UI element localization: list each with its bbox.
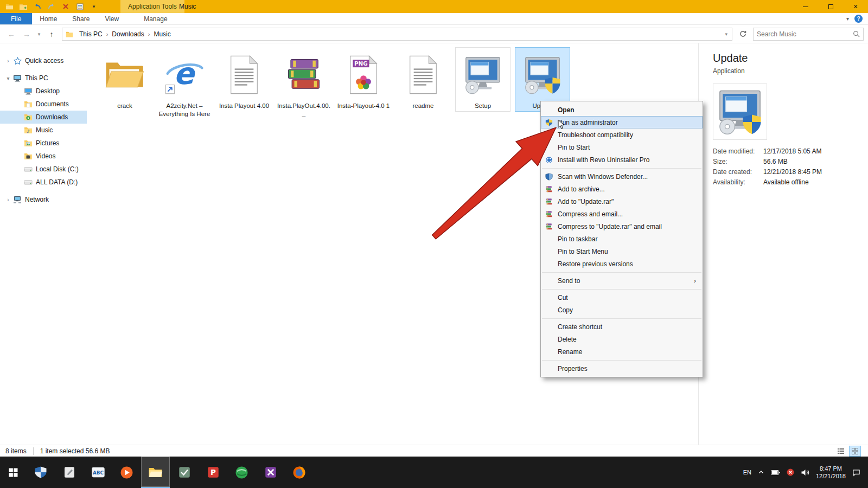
taskbar-app-green-orb-app[interactable] xyxy=(227,457,256,488)
chevron-right-icon[interactable]: › xyxy=(4,58,12,64)
chevron-right-icon[interactable]: › xyxy=(4,197,12,203)
ribbon-tab-file[interactable]: File xyxy=(0,13,32,24)
search-input[interactable] xyxy=(754,30,853,38)
forward-button[interactable]: → xyxy=(20,28,34,41)
menu-item-add-to-update-rar[interactable]: Add to "Update.rar" xyxy=(541,195,703,208)
new-folder-icon[interactable] xyxy=(18,2,28,11)
file-tile-insta-playout-4-00[interactable]: Insta Playout 4.00 xyxy=(217,48,271,111)
minimize-button[interactable] xyxy=(793,0,818,13)
details-view-button[interactable] xyxy=(835,446,846,456)
menu-item-open[interactable]: Open xyxy=(541,104,703,116)
qat-dropdown-icon[interactable]: ▾ xyxy=(89,2,99,11)
taskbar-app-notes-app[interactable] xyxy=(55,457,84,488)
ribbon-tab-home[interactable]: Home xyxy=(32,13,65,24)
menu-item-troubleshoot-compatibility[interactable]: Troubleshoot compatibility xyxy=(541,129,703,141)
file-tile-crack[interactable]: crack xyxy=(98,48,152,111)
details-property-row: Availability:Available offline xyxy=(713,177,868,188)
details-pane: Update Application Date modified:12/17/2… xyxy=(699,43,868,445)
this-pc-icon xyxy=(13,74,22,82)
file-tile-setup[interactable]: Setup xyxy=(456,48,510,111)
sidebar-item-music[interactable]: ♪Music xyxy=(0,124,87,137)
redo-icon[interactable] xyxy=(47,2,56,11)
menu-item-pin-to-start-menu[interactable]: Pin to Start Menu xyxy=(541,245,703,258)
taskbar-app-green-gray-app[interactable] xyxy=(170,457,199,488)
refresh-button[interactable] xyxy=(736,28,750,41)
up-button[interactable]: ↑ xyxy=(44,28,59,41)
taskbar-app-purple-app[interactable] xyxy=(256,457,285,488)
recent-locations-dropdown[interactable]: ▾ xyxy=(35,28,43,41)
items-count: 8 items xyxy=(5,447,27,455)
menu-item-send-to[interactable]: Send to› xyxy=(541,274,703,287)
sidebar-item-this-pc[interactable]: ▾This PC xyxy=(0,72,87,85)
menu-item-run-as-administrator[interactable]: Run as administrator xyxy=(541,116,703,129)
breadcrumb-item-downloads[interactable]: Downloads xyxy=(108,28,148,40)
menu-item-pin-to-start[interactable]: Pin to Start xyxy=(541,141,703,153)
menu-item-label: Send to xyxy=(558,277,694,285)
breadcrumb-item-this-pc[interactable]: This PC xyxy=(75,28,106,40)
ribbon-tab-view[interactable]: View xyxy=(97,13,126,24)
action-center-icon[interactable] xyxy=(852,468,860,477)
menu-item-rename[interactable]: Rename xyxy=(541,345,703,358)
back-button[interactable]: ← xyxy=(4,28,18,41)
address-dropdown-icon[interactable]: ▾ xyxy=(720,31,732,37)
file-tile-a2zcity-net-everything-is-here[interactable]: eA2zcity.Net – Everything Is Here xyxy=(157,48,212,119)
menu-item-properties[interactable]: Properties xyxy=(541,362,703,375)
menu-item-pin-to-taskbar[interactable]: Pin to taskbar xyxy=(541,233,703,245)
sidebar-item-documents[interactable]: Documents xyxy=(0,98,87,111)
menu-item-add-to-archive[interactable]: Add to archive... xyxy=(541,183,703,195)
address-box[interactable]: This PC›Downloads›Music ▾ xyxy=(62,28,732,41)
menu-item-cut[interactable]: Cut xyxy=(541,291,703,304)
menu-item-label: Properties xyxy=(558,365,698,373)
menu-item-install-with-revo-uninstaller-pro[interactable]: Install with Revo Uninstaller Pro xyxy=(541,153,703,166)
ribbon-tab-share[interactable]: Share xyxy=(65,13,97,24)
clock[interactable]: 8:47 PM 12/21/2018 xyxy=(816,465,846,480)
taskbar-app-firefox[interactable] xyxy=(285,457,314,488)
details-subtitle: Application xyxy=(713,67,868,75)
ribbon-tab-bar: FileHomeShareViewManage ▾ ? xyxy=(0,13,868,25)
start-button[interactable] xyxy=(0,457,26,488)
sidebar-item-videos[interactable]: Videos xyxy=(0,150,87,163)
taskbar-app-abc-app[interactable]: ABC xyxy=(84,457,112,488)
taskbar-app-windows-defender[interactable] xyxy=(26,457,55,488)
sidebar-item-local-disk-c[interactable]: Local Disk (C:) xyxy=(0,163,87,176)
sidebar-item-all-data-d[interactable]: ALL DATA (D:) xyxy=(0,176,87,189)
menu-item-compress-and-email[interactable]: Compress and email... xyxy=(541,208,703,220)
explorer-icon[interactable] xyxy=(4,2,14,11)
sidebar-item-pictures[interactable]: Pictures xyxy=(0,137,87,150)
expand-ribbon-icon[interactable]: ▾ xyxy=(846,16,849,22)
chevron-down-icon[interactable]: ▾ xyxy=(4,75,12,81)
sidebar-item-downloads[interactable]: Downloads xyxy=(0,111,87,124)
menu-item-compress-to-update-rar-and-email[interactable]: Compress to "Update.rar" and email xyxy=(541,220,703,233)
taskbar-app-file-explorer[interactable] xyxy=(141,457,170,488)
maximize-button[interactable] xyxy=(818,0,843,13)
language-indicator[interactable]: EN xyxy=(743,469,751,476)
sidebar-item-quick-access[interactable]: ›Quick access xyxy=(0,54,87,67)
search-icon[interactable] xyxy=(853,30,863,37)
close-button[interactable]: × xyxy=(843,0,868,13)
red-tray-icon[interactable] xyxy=(787,468,794,476)
volume-icon[interactable] xyxy=(801,469,809,476)
sidebar-item-desktop[interactable]: Desktop xyxy=(0,85,87,98)
file-tile-readme[interactable]: readme xyxy=(396,48,450,111)
breadcrumb-item-music[interactable]: Music xyxy=(150,28,174,40)
file-tile-insta-playout-4-0-1[interactable]: PNGInsta-Playout-4.0 1 xyxy=(336,48,391,111)
ribbon-tab-manage[interactable]: Manage xyxy=(136,13,175,24)
show-hidden-icons-icon[interactable] xyxy=(758,469,764,476)
menu-item-restore-previous-versions[interactable]: Restore previous versions xyxy=(541,258,703,270)
menu-item-create-shortcut[interactable]: Create shortcut xyxy=(541,320,703,333)
undo-icon[interactable] xyxy=(33,2,42,11)
menu-item-scan-with-windows-defender[interactable]: Scan with Windows Defender... xyxy=(541,170,703,183)
sidebar-item-network[interactable]: ›Network xyxy=(0,193,87,206)
file-tile-insta-playout-4-00[interactable]: Insta.PlayOut.4.00._ xyxy=(277,48,331,119)
taskbar-app-media-player[interactable] xyxy=(112,457,141,488)
help-icon[interactable]: ? xyxy=(854,15,863,23)
battery-icon[interactable] xyxy=(771,470,780,476)
file-name: readme xyxy=(396,102,450,110)
delete-icon[interactable] xyxy=(61,2,71,11)
large-icons-view-button[interactable] xyxy=(850,446,860,456)
menu-item-copy[interactable]: Copy xyxy=(541,304,703,316)
menu-item-delete[interactable]: Delete xyxy=(541,333,703,345)
menu-item-label: Pin to Start Menu xyxy=(558,248,698,255)
properties-icon[interactable] xyxy=(75,2,85,11)
taskbar-app-red-p-app[interactable]: P xyxy=(199,457,227,488)
